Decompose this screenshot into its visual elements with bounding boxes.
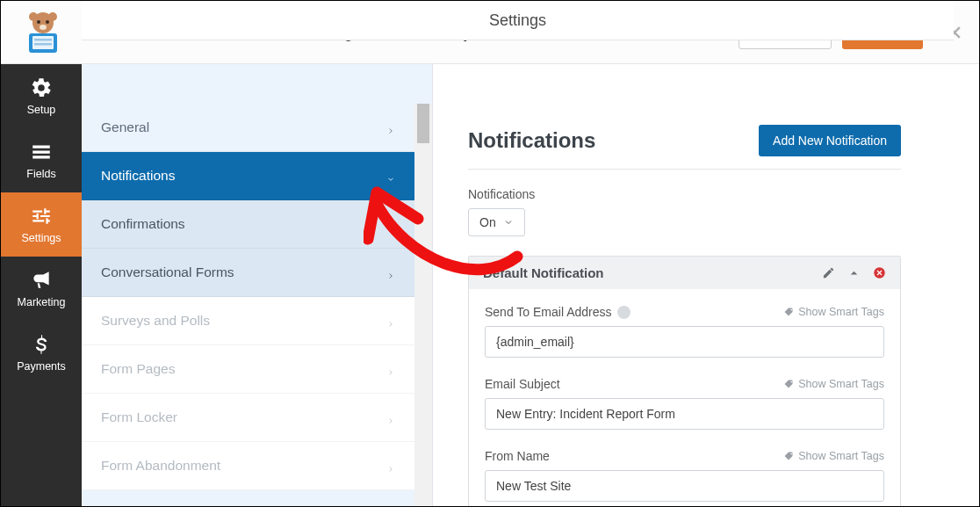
rail-label: Settings (21, 232, 61, 244)
edit-icon[interactable] (822, 266, 835, 279)
scrollbar-thumb[interactable] (417, 104, 429, 143)
notification-card-title: Default Notification (483, 265, 604, 280)
settings-item-label: Surveys and Polls (101, 313, 210, 329)
show-smart-tags-link[interactable]: Show Smart Tags (783, 450, 884, 462)
show-smart-tags-link[interactable]: Show Smart Tags (783, 306, 884, 318)
svg-point-4 (46, 20, 49, 24)
rail-item-setup[interactable]: Setup (1, 64, 82, 128)
app-logo (17, 9, 69, 56)
field-label: From Name (485, 449, 550, 463)
settings-item-label: Conversational Forms (101, 264, 234, 280)
settings-item-surveys-and-polls[interactable]: Surveys and Polls (82, 297, 414, 345)
settings-item-label: Confirmations (101, 216, 185, 232)
settings-item-label: General (101, 120, 149, 135)
settings-item-label: Notifications (101, 168, 175, 184)
notifications-toggle[interactable]: On (468, 208, 525, 236)
chevron-right-icon (386, 123, 395, 132)
svg-point-1 (29, 12, 38, 21)
chevron-right-icon (386, 365, 395, 373)
rail-label: Fields (26, 168, 55, 180)
settings-item-form-locker[interactable]: Form Locker (82, 394, 414, 442)
settings-item-confirmations[interactable]: Confirmations (82, 200, 414, 249)
show-smart-tags-link[interactable]: Show Smart Tags (783, 378, 884, 390)
rail-label: Marketing (18, 296, 66, 308)
help-icon[interactable] (617, 306, 631, 319)
settings-item-conversational-forms[interactable]: Conversational Forms (82, 249, 414, 297)
bullhorn-icon (30, 269, 53, 292)
notifications-toggle-label: Notifications (468, 187, 901, 201)
field-label: Email Subject (485, 377, 560, 391)
add-notification-button[interactable]: Add New Notification (759, 125, 901, 156)
field-label: Send To Email Address (485, 305, 631, 319)
chevron-right-icon (386, 461, 395, 470)
panel-header: Settings (82, 1, 954, 40)
tag-icon (783, 451, 794, 461)
svg-point-2 (48, 12, 57, 21)
settings-item-notifications[interactable]: Notifications (82, 152, 414, 200)
field-input-2[interactable] (485, 470, 884, 502)
field-input-0[interactable] (485, 326, 884, 358)
section-heading: Notifications (468, 128, 595, 153)
svg-rect-7 (32, 36, 54, 49)
rail-item-fields[interactable]: Fields (1, 128, 82, 192)
svg-rect-8 (34, 39, 52, 41)
tag-icon (783, 307, 794, 317)
rail-label: Setup (27, 104, 56, 116)
page-right-gutter (954, 64, 979, 506)
settings-item-form-abandonment[interactable]: Form Abandonment (82, 442, 414, 490)
rail-item-settings[interactable]: Settings (1, 192, 82, 257)
rail-label: Payments (17, 360, 66, 373)
chevron-down-icon (503, 217, 514, 228)
chevron-right-icon (386, 413, 395, 422)
tag-icon (783, 379, 794, 389)
settings-item-label: Form Locker (101, 409, 177, 425)
chevron-right-icon (386, 316, 395, 325)
rail-item-marketing[interactable]: Marketing (1, 257, 82, 321)
settings-item-general[interactable]: General (82, 104, 414, 152)
rail-item-payments[interactable]: Payments (1, 321, 82, 385)
collapse-icon[interactable] (847, 266, 861, 279)
delete-icon[interactable] (873, 266, 886, 279)
dollar-icon (30, 333, 53, 356)
chevron-down-icon (386, 171, 395, 180)
svg-rect-9 (34, 43, 52, 46)
gear-icon (30, 76, 53, 99)
svg-point-3 (37, 20, 40, 24)
sliders-icon (30, 205, 53, 228)
subpanel-scrollbar[interactable] (414, 104, 432, 506)
settings-item-label: Form Abandonment (101, 458, 220, 474)
svg-point-5 (40, 25, 47, 30)
field-input-1[interactable] (485, 398, 884, 430)
chevron-right-icon (386, 268, 395, 277)
chevron-right-icon (386, 220, 395, 228)
list-icon (30, 141, 53, 163)
settings-item-label: Form Pages (101, 361, 175, 377)
settings-item-form-pages[interactable]: Form Pages (82, 345, 414, 394)
